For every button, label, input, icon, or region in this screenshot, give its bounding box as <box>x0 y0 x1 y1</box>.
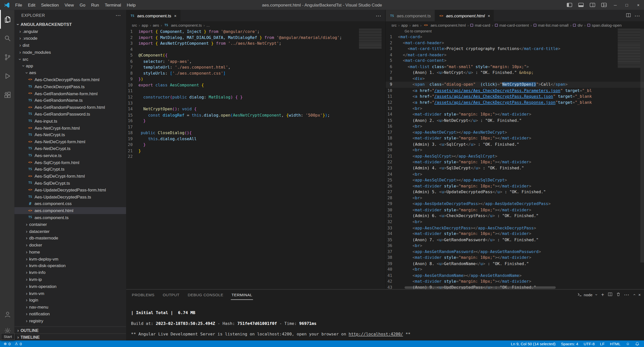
code-line[interactable]: 25 <app-AesSqlDeCrypt></app-AesSqlDeCryp… <box>386 177 644 183</box>
code-line[interactable]: 13 <box>126 100 385 106</box>
code-line[interactable]: 7 (Anon) 1. <u>NetCrypt</u> : "OK. Finis… <box>386 70 644 76</box>
code-line[interactable]: 2import { MatDialog, MAT_DIALOG_DATA, Ma… <box>126 35 385 41</box>
terminal-shell-picker[interactable]: node <box>578 292 592 297</box>
kill-terminal-icon[interactable] <box>616 292 621 297</box>
code-line[interactable]: 5@Component({ <box>126 53 385 59</box>
code-line[interactable]: 7 templateUrl: './aes.component.html', <box>126 65 385 71</box>
breadcrumb-item[interactable]: div <box>573 23 583 27</box>
status-indentation[interactable]: Spaces: 4 <box>561 341 578 346</box>
horizontal-scrollbar[interactable] <box>405 286 556 289</box>
extensions-icon[interactable] <box>0 85 14 104</box>
terminal-link[interactable]: http://localhost:4200/ <box>349 332 403 336</box>
minimap[interactable] <box>618 29 640 68</box>
split-terminal-icon[interactable] <box>608 292 612 297</box>
tree-item-dist[interactable]: ›dist <box>14 42 126 48</box>
code-line[interactable]: 15 (Anon) 2. <u>NetDeCrypt</u> : "OK. Fi… <box>386 118 644 124</box>
code-line[interactable]: 30 <mat-divider style="margin: 10px;"></… <box>386 207 644 213</box>
go-to-component-codelens[interactable]: Go to component <box>386 29 644 34</box>
tree-item-datacenter[interactable]: ›datacenter <box>14 228 126 234</box>
more-actions-icon[interactable]: ··· <box>376 13 382 18</box>
tree-item-Aes-NetDeCrypt.ts[interactable]: TSAes-NetDeCrypt.ts <box>14 145 126 152</box>
breadcrumb-item[interactable]: src <box>132 23 137 27</box>
tree-item-Aes-UpdateDecryptedPass-form.html[interactable]: <>Aes-UpdateDecryptedPass-form.html <box>14 186 126 193</box>
tree-item-kvm-info[interactable]: ›kvm-info <box>14 269 126 276</box>
code-line[interactable]: 36 <br> <box>386 243 644 249</box>
code-line[interactable]: 34 <mat-divider style="margin: 10px;"></… <box>386 231 644 237</box>
close-icon[interactable]: × <box>488 13 490 18</box>
maximize-panel-icon[interactable]: › <box>632 294 636 295</box>
breadcrumb-item[interactable]: aes <box>412 23 419 27</box>
new-terminal-icon[interactable]: + <box>601 292 604 298</box>
code-line[interactable]: 6 selector: 'app-aes', <box>126 59 385 65</box>
code-line[interactable]: 17 <app-AesNetDeCrypt></app-AesNetDeCryp… <box>386 129 644 135</box>
tree-item-kvm-deploy-vm[interactable]: ›kvm-deploy-vm <box>14 255 126 262</box>
code-line[interactable]: 11 <box>126 88 385 94</box>
status-cursor-position[interactable]: Ln 9, Col 50 (14 selected) <box>511 341 556 346</box>
tree-item-notification[interactable]: ›notification <box>14 310 126 317</box>
code-line[interactable]: 37 <app-AesGetRandomPassword></app-AesGe… <box>386 249 644 255</box>
code-line[interactable]: 4 </mat-card-header> <box>386 52 644 58</box>
tree-item-Aes-GetRandomName-form.html[interactable]: <>Aes-GetRandomName-form.html <box>14 90 126 97</box>
code-line[interactable]: 18 public CloseDialog(){ <box>126 130 385 136</box>
code-line[interactable]: 38 <mat-divider style="margin: 10px;"></… <box>386 255 644 261</box>
code-line[interactable]: 29 <app-AesUpdateDecryptedPass></app-Aes… <box>386 201 644 207</box>
menu-file[interactable]: File <box>12 0 25 10</box>
close-icon[interactable]: × <box>174 13 177 18</box>
explorer-icon[interactable] <box>0 10 14 29</box>
tree-item-Aes-SqlDeCrypt-form.html[interactable]: <>Aes-SqlDeCrypt-form.html <box>14 173 126 179</box>
tab-aes.component.html[interactable]: <>aes.component.html× <box>435 10 494 21</box>
code-line[interactable]: 15 const dialogRef = this.dialog.open(Ae… <box>126 112 385 118</box>
close-button[interactable]: × <box>632 0 644 10</box>
toggle-panel-icon[interactable] <box>575 0 587 10</box>
tree-item-Aes-GetRandomName.ts[interactable]: TSAes-GetRandomName.ts <box>14 97 126 104</box>
tab-aes.component.ts[interactable]: TSaes.component.ts <box>386 10 435 21</box>
code-line[interactable]: 40 <br> <box>386 267 644 273</box>
panel-tab-problems[interactable]: PROBLEMS <box>131 289 155 300</box>
code-line[interactable]: 42 <mat-divider style="margin: 10px;"></… <box>386 279 644 285</box>
maximize-button[interactable]: □ <box>621 0 633 10</box>
tree-item-app[interactable]: ›app <box>14 62 126 69</box>
tree-item-Aes-SqlCrypt-form.html[interactable]: <>Aes-SqlCrypt-form.html <box>14 159 126 166</box>
code-line[interactable]: 3 <mat-card-title>Project cryptography f… <box>386 46 644 52</box>
toggle-primary-sidebar-icon[interactable] <box>564 0 575 10</box>
outline-section-header[interactable]: › OUTLINE <box>14 326 126 333</box>
code-line[interactable]: 26 <mat-divider style="margin: 10px;"></… <box>386 183 644 189</box>
tree-item-aes.component.ts[interactable]: TSaes.component.ts <box>14 214 126 221</box>
tree-item-Aes-SqlCrypt.ts[interactable]: TSAes-SqlCrypt.ts <box>14 166 126 172</box>
code-line[interactable]: 10 <a href="/assets/api/aes/Aes_CheckDec… <box>386 88 644 94</box>
code-line[interactable]: 31 (Admin) 6. <u>CheckDecryptPass</u> : … <box>386 213 644 219</box>
tree-item-Aes-UpdateDecryptedPass.ts[interactable]: TSAes-UpdateDecryptedPass.ts <box>14 193 126 200</box>
toggle-secondary-sidebar-icon[interactable] <box>586 0 598 10</box>
code-line[interactable]: 4 <box>126 47 385 53</box>
split-editor-icon[interactable] <box>626 13 631 19</box>
code-line[interactable]: 27 (Admin) 5. <u>UpdateDecryptedPass</u>… <box>386 189 644 195</box>
status-feedback[interactable]: ☺ <box>626 342 630 346</box>
tree-item-Aes-CheckDecryptPass.ts[interactable]: TSAes-CheckDecryptPass.ts <box>14 83 126 90</box>
tree-item-aes.component.html[interactable]: <>aes.component.html <box>14 207 126 214</box>
tree-item-kvm-disk-operation[interactable]: ›kvm-disk-operation <box>14 262 126 269</box>
code-line[interactable]: 16 } <box>126 118 385 124</box>
menu-selection[interactable]: Selection <box>38 0 62 10</box>
breadcrumb-item[interactable]: ... <box>207 23 210 27</box>
code-line[interactable]: 41 <app-AesGetRandomName></app-AesGetRan… <box>386 273 644 279</box>
code-line[interactable]: 20 <br> <box>386 147 644 154</box>
breadcrumb-item[interactable]: app <box>142 23 148 27</box>
code-line[interactable]: 20 } <box>126 142 385 148</box>
search-icon[interactable] <box>0 29 14 47</box>
shell-dropdown-icon[interactable]: › <box>595 294 599 295</box>
breadcrumb-item[interactable]: aes <box>153 23 159 27</box>
code-line[interactable]: 21 <app-AesSqlCrypt></app-AesSqlCrypt> <box>386 153 644 159</box>
code-line[interactable]: 8 styleUrls: ['./aes.component.css'] <box>126 70 385 76</box>
code-line[interactable]: 6 <mat-list class="mat-small" style="mar… <box>386 64 644 70</box>
tree-item-home[interactable]: ›home <box>14 248 126 255</box>
tree-item-registry[interactable]: ›registry <box>14 317 126 324</box>
panel-more-actions-icon[interactable]: ··· <box>624 292 629 297</box>
code-line[interactable]: 23 (Admin) 4. <u>SqlDeCrypt</u> : "OK. F… <box>386 165 644 171</box>
bell-icon[interactable] <box>635 341 639 346</box>
code-line[interactable]: 21} <box>126 148 385 154</box>
breadcrumb-item[interactable]: mat-card-content <box>495 23 529 27</box>
tree-item-aes[interactable]: ›aes <box>14 69 126 76</box>
code-line[interactable]: 22 <mat-divider style="margin: 10px;"></… <box>386 159 644 165</box>
tree-item-kvm-vm[interactable]: ›kvm-vm <box>14 290 126 296</box>
status-encoding[interactable]: UTF-8 <box>584 341 595 346</box>
